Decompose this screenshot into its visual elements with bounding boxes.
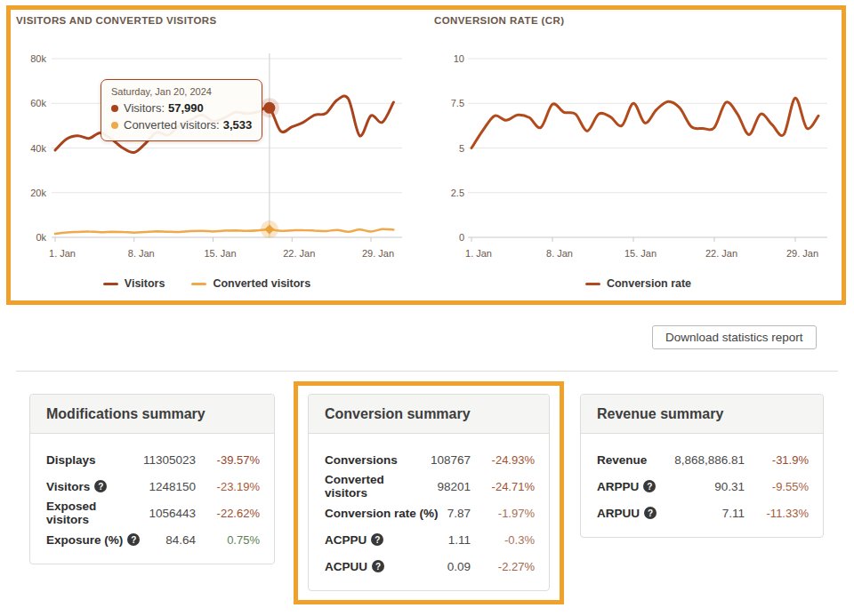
metric-row: Conversion rate (%)7.87-1.97% [325, 500, 535, 526]
visitors-chart[interactable]: 0k20k40k60k80k1. Jan8. Jan15. Jan22. Jan… [0, 44, 414, 267]
modifications-summary-title: Modifications summary [46, 406, 258, 422]
legend-item-conversion-rate[interactable]: Conversion rate [585, 277, 691, 290]
conversion-rate-chart-legend: Conversion rate [427, 277, 850, 290]
metric-row: Conversions108767-24.93% [325, 446, 535, 473]
metric-row: Revenue8,868,886.81-31.9% [597, 446, 809, 473]
legend-item-visitors[interactable]: Visitors [103, 277, 165, 290]
metric-row: ACPUU?0.09-2.27% [325, 553, 535, 580]
legend-line-icon [585, 283, 600, 285]
metric-label: ARPPU? [597, 480, 707, 493]
card-header: Modifications summary [30, 395, 274, 434]
tooltip-visitors-value: 57,990 [168, 100, 204, 116]
metric-value: 7.87 [447, 507, 471, 520]
metric-value: 1056443 [149, 507, 196, 520]
legend-label: Conversion rate [607, 277, 691, 290]
card-header: Conversion summary [309, 395, 549, 434]
y-axis-tick-label: 7.5 [451, 98, 464, 108]
help-icon[interactable]: ? [643, 480, 656, 492]
metric-delta: -22.62% [203, 507, 260, 520]
metric-label-text: ACPUU [325, 560, 367, 573]
y-axis-tick-label: 5 [459, 143, 464, 154]
conversion-summary-card: Conversion summary Conversions108767-24.… [308, 394, 550, 591]
metric-value: 11305023 [143, 453, 196, 467]
metric-row: Converted visitors98201-24.71% [325, 473, 535, 500]
conversion-summary-title: Conversion summary [325, 406, 533, 422]
y-axis-tick-label: 60k [30, 98, 46, 108]
conversion-rate-chart-title: CONVERSION RATE (CR) [434, 15, 564, 26]
revenue-summary-card: Revenue summary Revenue8,868,886.81-31.9… [580, 394, 824, 538]
metric-row: Exposed visitors1056443-22.62% [46, 500, 260, 526]
metric-label-text: ARPUU [597, 507, 640, 520]
metric-row: ACPPU?1.11-0.3% [325, 526, 535, 553]
y-axis-tick-label: 40k [30, 143, 46, 154]
legend-label: Visitors [125, 277, 165, 290]
metric-value: 108767 [431, 453, 471, 467]
y-axis-tick-label: 80k [30, 53, 46, 64]
x-axis-tick-label: 8. Jan [546, 248, 573, 259]
y-axis-tick-label: 0 [459, 232, 464, 243]
help-icon[interactable]: ? [371, 533, 383, 546]
metric-label: Exposure (%)? [46, 533, 158, 547]
visitors-bullet-icon [111, 105, 118, 112]
metric-value: 90.31 [714, 480, 745, 493]
metric-value: 7.11 [722, 507, 745, 520]
metric-value: 84.64 [165, 533, 196, 547]
legend-line-icon [191, 283, 206, 285]
series-line-converted-visitors [55, 229, 393, 234]
metric-label: Converted visitors [325, 473, 430, 500]
x-axis-tick-label: 29. Jan [786, 248, 818, 259]
x-axis-tick-label: 22. Jan [705, 248, 737, 259]
metric-label-text: Displays [46, 453, 96, 467]
metric-row: Exposure (%)?84.640.75% [46, 526, 260, 553]
y-axis-tick-label: 2.5 [451, 188, 464, 198]
legend-item-converted-visitors[interactable]: Converted visitors [191, 277, 310, 290]
metric-label-text: Visitors [46, 480, 90, 493]
tooltip-converted-label: Converted visitors: [124, 116, 220, 133]
metric-row: Visitors?1248150-23.19% [46, 473, 260, 500]
metric-value: 1.11 [448, 533, 471, 547]
converted-visitors-bullet-icon [111, 122, 118, 129]
metric-label-text: Conversion rate (%) [325, 507, 439, 520]
metric-label: Revenue [597, 453, 667, 467]
metric-value: 0.09 [447, 560, 471, 573]
card-body: Revenue8,868,886.81-31.9%ARPPU?90.31-9.5… [581, 434, 823, 537]
metric-label-text: ARPPU [597, 480, 639, 493]
visitors-point-marker[interactable] [263, 102, 275, 114]
metric-delta: 0.75% [203, 533, 260, 547]
series-line-conversion-rate [471, 98, 818, 148]
metric-delta: -0.3% [478, 533, 535, 547]
metric-label: Conversion rate (%) [325, 507, 440, 520]
help-icon[interactable]: ? [94, 480, 107, 492]
x-axis-tick-label: 15. Jan [624, 248, 657, 259]
tooltip-row-visitors: Visitors: 57,990 [111, 100, 252, 116]
metric-delta: -1.97% [478, 507, 535, 520]
y-axis-tick-label: 20k [30, 188, 46, 198]
metric-label: Conversions [325, 453, 423, 467]
conversion-rate-chart[interactable]: 02.557.5101. Jan8. Jan15. Jan22. Jan29. … [427, 44, 850, 267]
legend-label: Converted visitors [213, 277, 310, 290]
revenue-summary-title: Revenue summary [597, 406, 807, 422]
metric-label: ARPUU? [597, 507, 715, 520]
visitors-chart-legend: VisitorsConverted visitors [0, 277, 414, 290]
metric-delta: -24.71% [478, 480, 535, 493]
metric-value: 8,868,886.81 [674, 453, 745, 467]
metric-label: ACPPU? [325, 533, 441, 547]
dashboard: VISITORS AND CONVERTED VISITORS CONVERSI… [0, 0, 854, 616]
metric-delta: -31.9% [752, 453, 809, 467]
metric-delta: -2.27% [478, 560, 535, 573]
x-axis-tick-label: 22. Jan [283, 248, 315, 259]
metric-delta: -24.93% [478, 453, 535, 467]
x-axis-tick-label: 15. Jan [204, 248, 236, 259]
metric-label: ACPUU? [325, 560, 440, 573]
tooltip-visitors-label: Visitors: [124, 100, 165, 116]
help-icon[interactable]: ? [372, 560, 384, 572]
help-icon[interactable]: ? [127, 533, 140, 546]
download-statistics-report-button[interactable]: Download statistics report [652, 325, 817, 349]
card-body: Conversions108767-24.93%Converted visito… [309, 434, 549, 590]
x-axis-tick-label: 29. Jan [362, 248, 394, 259]
metric-delta: -23.19% [203, 480, 260, 493]
tooltip-converted-value: 3,533 [223, 116, 253, 133]
chart-tooltip: Saturday, Jan 20, 2024 Visitors: 57,990 … [101, 79, 262, 141]
help-icon[interactable]: ? [644, 507, 657, 519]
metric-label-text: Exposed visitors [46, 500, 141, 526]
